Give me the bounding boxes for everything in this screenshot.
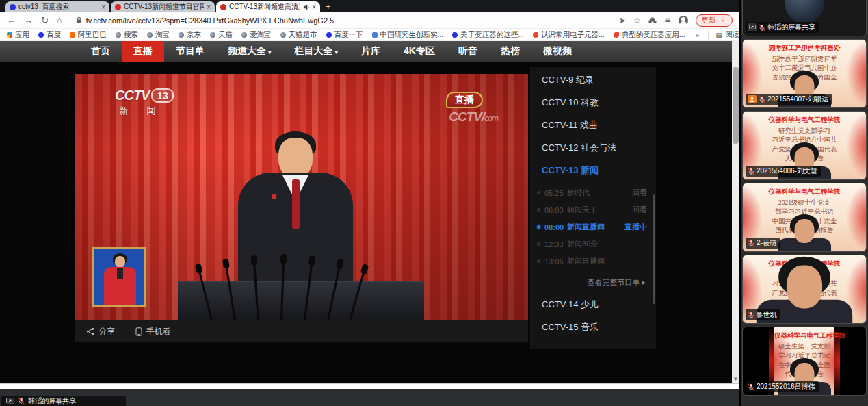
bookmark-favicon [38, 32, 44, 38]
bookmark-item[interactable]: 应用 [7, 30, 29, 40]
bookmark-item[interactable]: 典型的变压器应用... [614, 30, 685, 40]
scroll-down-icon[interactable]: ▼ [732, 376, 739, 382]
browser-tab[interactable]: CCTV-13新闻频道节目官网_CC... × [111, 1, 215, 12]
watch-on-mobile-button[interactable]: 手机看 [135, 326, 171, 338]
participant-tile[interactable]: 仪器科学与电气工程学院 研究生党支部学习 习近平总书记在中国共 产党第二十次全国… [742, 111, 867, 180]
nav-item[interactable]: 片库 ▾ [350, 41, 392, 62]
bookmark-label: 认识常用电子元器... [541, 30, 605, 40]
channel-item[interactable]: CCTV-12 社会与法 [530, 135, 656, 157]
panel-scrollbar[interactable] [653, 194, 655, 304]
logo-number: 13 [151, 88, 174, 103]
bookmark-item[interactable]: 关于变压器的这些... [452, 30, 524, 40]
nav-item[interactable]: 首页 ▾ [79, 41, 122, 62]
schedule-row[interactable]: 13:06 新闻直播间 [530, 253, 656, 270]
channel-item[interactable]: CCTV-14 少儿 [530, 292, 656, 314]
bookmark-favicon [372, 32, 378, 38]
home-icon[interactable]: ⌂ [57, 16, 62, 25]
nav-item[interactable]: 频道大全 ▾ [216, 41, 283, 62]
send-icon[interactable]: ➤ [619, 16, 626, 25]
nav-item[interactable]: 热榜 ▾ [489, 41, 531, 62]
url-field[interactable]: tv.cctv.com/live/cctv13/?spm=C28340.PxtG… [70, 16, 611, 25]
nav-item[interactable]: 微视频 ▾ [531, 41, 583, 62]
participant-person [778, 214, 831, 251]
bookmark-item[interactable]: 爱淘宝 [241, 30, 272, 40]
schedule-time: 08:00 [544, 223, 567, 231]
participant-name: 韩滔的屏幕共享 [767, 23, 815, 32]
participant-tile[interactable]: 韩滔的屏幕共享 [742, 0, 867, 36]
schedule-row[interactable]: 06:00 朝闻天下 回看 [530, 201, 656, 218]
bookmark-star-icon[interactable]: ☆ [633, 16, 641, 25]
tabs: cctv13_百度搜索 × CCTV-13新闻频道节目官网_CC... × [5, 1, 321, 12]
tab-close-icon[interactable]: × [207, 3, 211, 11]
browser-menu-icon[interactable]: ⋮ [720, 16, 726, 24]
nav-item[interactable]: 直播 ▾ [122, 41, 164, 62]
bookmark-favicon [241, 32, 247, 38]
screen-share-overlay[interactable]: 韩滔的屏幕共享 [1, 396, 126, 406]
participant-tile[interactable]: 仪器科学与电气工程学院 2021级硕士生党支 部学习习近平总书记 中国共产党第二… [742, 183, 867, 252]
nav-item-label: 直播 [133, 45, 153, 58]
mic-muted-icon [748, 383, 754, 391]
channel-panel: CCTV-9 纪录 CCTV-10 科教 CCTV-11 戏曲 CCTV-12 … [530, 67, 656, 349]
bookmark-item[interactable]: 京东 [179, 30, 201, 40]
nav-item-label: 节目单 [176, 45, 205, 58]
reload-icon[interactable]: ↻ [41, 16, 49, 25]
participant-tile[interactable]: 仪器科学与电气工程学院 硕士生党支部学习 习近平总书记在中国共 产党第二十次全国… [742, 255, 867, 324]
channel-item[interactable]: CCTV-15 音乐 [530, 314, 656, 337]
bookmark-item[interactable]: 认识常用电子元器... [533, 30, 605, 40]
full-schedule-link[interactable]: 查看完整节目单 ▸ [530, 271, 656, 292]
bookmark-favicon [7, 32, 12, 38]
bookmark-item[interactable]: 天猫超市 [280, 30, 317, 40]
tab-close-icon[interactable]: × [101, 3, 105, 11]
bookmark-item[interactable]: 搜索 [116, 30, 138, 40]
share-button[interactable]: 分享 [86, 326, 115, 338]
forward-icon[interactable]: → [24, 16, 33, 25]
schedule-row[interactable]: 05:25 新时代 回看 [530, 184, 656, 201]
nav-item[interactable]: 节目单 ▾ [164, 41, 216, 62]
profile-avatar-icon[interactable] [679, 16, 688, 25]
nav-item[interactable]: 4K专区 ▾ [392, 41, 447, 62]
channel-item[interactable]: CCTV-11 戏曲 [530, 112, 656, 135]
video-player[interactable]: CCTV 13 新 闻 直播 CCTV/com [75, 74, 528, 320]
bookmark-favicon [179, 32, 184, 38]
page-scrollbar[interactable]: ▼ [732, 41, 739, 383]
tab-audio-icon[interactable] [303, 4, 309, 10]
logo-subtitle: 新 闻 [119, 105, 174, 117]
bookmark-item[interactable]: 百度 [38, 30, 61, 40]
bookmarks-overflow-icon[interactable]: » [696, 31, 700, 39]
schedule-row[interactable]: 08:00 新闻直播间 直播中 [530, 218, 656, 236]
banner-title: 仪器科学与电气工程学院 [743, 188, 866, 196]
participant-tile[interactable]: 仪器科学与电气工程学院 学习贯彻习近平总书记 在中国共产党第二十次 全国代表大会… [742, 39, 867, 108]
back-icon[interactable]: ← [7, 16, 16, 25]
schedule-title: 朝闻天下 [567, 205, 632, 215]
scrollbar-thumb[interactable] [733, 67, 739, 144]
bookmark-item[interactable]: 阿里巴巴 [70, 30, 107, 40]
nav-item[interactable]: 听音 ▾ [447, 41, 489, 62]
schedule-time: 12:33 [544, 240, 567, 249]
channel-item[interactable]: CCTV-10 科教 [530, 90, 656, 112]
avatar [785, 0, 824, 23]
schedule-row[interactable]: 12:33 新闻30分 [530, 236, 656, 253]
tab-list-icon[interactable]: ≣ [664, 16, 671, 25]
schedule-dot-icon [537, 259, 540, 263]
schedule-dot-icon [537, 191, 540, 194]
toolbar-icons: ➤ ☆ ≣ 更新 ⋮ [619, 14, 733, 27]
bookmark-item[interactable]: 中国研究生创新实... [372, 30, 444, 40]
browser-tab[interactable]: cctv13_百度搜索 × [5, 1, 109, 12]
browser-tab[interactable]: CCTV-13新闻频道高清直播 × [216, 1, 320, 12]
tab-close-icon[interactable]: × [312, 3, 316, 11]
screen: cctv13_百度搜索 × CCTV-13新闻频道节目官网_CC... × [0, 0, 868, 406]
extensions-icon[interactable] [648, 16, 657, 25]
participant-tile[interactable]: 仪器科学与电气工程学院 硕士生第二党支部 学习习近平总书记 在中国共产党全国 代… [742, 327, 867, 396]
bookmark-label: 应用 [15, 30, 29, 40]
reading-list-button[interactable]: ▤ 阅读清单 [708, 30, 739, 40]
bookmark-item[interactable]: 淘宝 [147, 30, 170, 40]
channel-item[interactable]: CCTV-9 纪录 [530, 67, 656, 90]
bookmark-item[interactable]: 百度一下 [326, 30, 363, 40]
update-button[interactable]: 更新 ⋮ [696, 14, 733, 27]
participant-name-tag: 2-莜萌 [746, 238, 780, 249]
tab-favicon [115, 4, 121, 10]
nav-item[interactable]: 栏目大全 ▾ [283, 41, 350, 62]
bookmark-item[interactable]: 天猫 [210, 30, 233, 40]
channel-item[interactable]: CCTV-13 新闻 [530, 157, 656, 180]
new-tab-button[interactable]: + [326, 1, 331, 12]
